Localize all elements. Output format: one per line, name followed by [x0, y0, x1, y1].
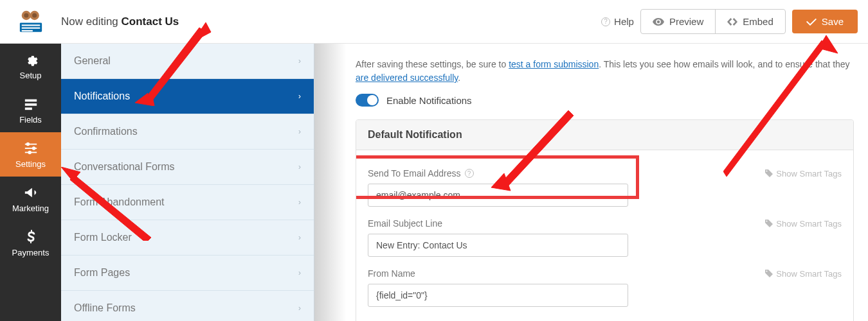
rail-settings[interactable]: Settings: [0, 132, 61, 177]
dollar-icon: [26, 230, 36, 244]
chevron-right-icon: ›: [298, 268, 301, 277]
rail-payments[interactable]: Payments: [0, 221, 61, 265]
label-subject: Email Subject Line: [368, 218, 442, 229]
panel-title: Default Notification: [356, 120, 853, 150]
help-link[interactable]: ? Help: [601, 16, 634, 27]
help-icon: ?: [601, 17, 610, 26]
content-area: After saving these settings, be sure to …: [314, 44, 868, 321]
smart-tags-subject[interactable]: Show Smart Tags: [765, 219, 842, 229]
svg-rect-8: [24, 100, 36, 102]
rail-marketing[interactable]: Marketing: [0, 177, 61, 221]
smart-tags-send-to[interactable]: Show Smart Tags: [765, 169, 842, 178]
embed-button[interactable]: Embed: [715, 10, 785, 33]
app-logo: [0, 0, 61, 44]
side-item-notifications[interactable]: Notifications›: [61, 79, 314, 114]
svg-point-3: [32, 13, 37, 17]
page-title: Now editing Contact Us: [61, 15, 179, 28]
left-rail: Setup Fields Settings Marketing Payments: [0, 44, 61, 321]
svg-rect-6: [21, 27, 40, 28]
input-from-name[interactable]: [368, 284, 628, 307]
intro-text: After saving these settings, be sure to …: [356, 58, 854, 85]
side-item-pages[interactable]: Form Pages›: [61, 256, 314, 291]
chevron-right-icon: ›: [298, 304, 301, 313]
side-item-general[interactable]: General›: [61, 44, 314, 79]
gear-icon: [24, 53, 38, 67]
svg-point-2: [24, 13, 28, 17]
chevron-right-icon: ›: [298, 198, 301, 207]
side-panel: General› Notifications› Confirmations› C…: [61, 44, 314, 321]
bullhorn-icon: [24, 186, 38, 200]
tag-icon: [765, 220, 773, 227]
chevron-right-icon: ›: [298, 162, 301, 171]
chevron-right-icon: ›: [298, 56, 301, 65]
save-button[interactable]: Save: [792, 10, 858, 33]
side-item-abandonment[interactable]: Form Abandonment›: [61, 185, 314, 220]
svg-rect-10: [24, 108, 32, 110]
tag-icon: [765, 270, 773, 277]
input-send-to[interactable]: [368, 184, 628, 207]
smart-tags-from-name[interactable]: Show Smart Tags: [765, 269, 842, 279]
svg-rect-7: [21, 30, 32, 31]
svg-rect-5: [21, 24, 40, 26]
rail-fields[interactable]: Fields: [0, 88, 61, 132]
code-icon: [727, 18, 737, 26]
side-item-offline[interactable]: Offline Forms›: [61, 291, 314, 321]
help-icon: ?: [465, 169, 474, 178]
eye-icon: [653, 18, 664, 26]
enable-notifications-toggle[interactable]: [356, 94, 379, 107]
side-item-locker[interactable]: Form Locker›: [61, 220, 314, 256]
enable-notifications-label: Enable Notifications: [386, 95, 472, 106]
tag-icon: [765, 169, 773, 177]
link-delivered[interactable]: are delivered successfully: [356, 73, 458, 83]
rail-setup[interactable]: Setup: [0, 44, 61, 88]
preview-button[interactable]: Preview: [641, 10, 715, 33]
svg-point-14: [26, 143, 30, 146]
chevron-right-icon: ›: [298, 92, 301, 101]
input-subject[interactable]: [368, 234, 628, 257]
side-item-conversational[interactable]: Conversational Forms›: [61, 150, 314, 185]
svg-point-16: [28, 151, 32, 155]
link-test-submission[interactable]: test a form submission: [509, 59, 599, 69]
svg-point-15: [32, 146, 35, 150]
check-icon: [806, 18, 817, 26]
fields-icon: [24, 97, 38, 111]
sliders-icon: [24, 141, 38, 155]
label-from-name: From Name: [368, 268, 415, 279]
chevron-right-icon: ›: [298, 127, 301, 136]
svg-rect-9: [24, 103, 36, 106]
label-send-to: Send To Email Address ?: [368, 168, 474, 178]
notification-panel: Default Notification Send To Email Addre…: [356, 119, 854, 321]
chevron-right-icon: ›: [298, 233, 301, 242]
side-item-confirmations[interactable]: Confirmations›: [61, 114, 314, 150]
